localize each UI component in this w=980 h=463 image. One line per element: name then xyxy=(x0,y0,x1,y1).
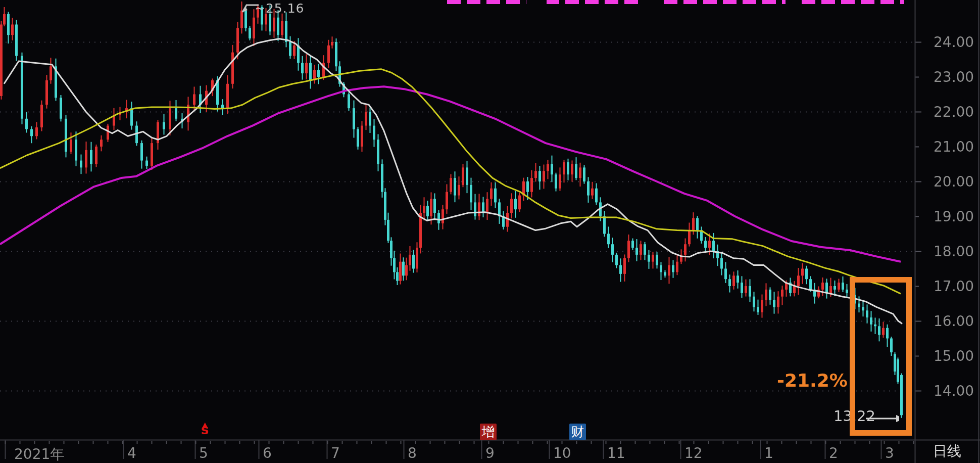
y-axis-label: 17.00 xyxy=(934,278,974,295)
x-axis-label: 12 xyxy=(684,445,703,461)
stock-chart-screen: ~25.16 -21.2% 13.22 ▲ s 增 财 日线 2021年4567… xyxy=(0,0,980,463)
price-chart-canvas[interactable] xyxy=(0,0,980,463)
event-badge-zeng[interactable]: 增 xyxy=(480,424,497,440)
x-axis-label: 9 xyxy=(485,445,495,461)
highlight-box xyxy=(850,277,912,436)
y-axis-label: 15.00 xyxy=(934,348,974,364)
event-marker-s[interactable]: ▲ s xyxy=(201,423,209,433)
x-axis-label: 1 xyxy=(764,445,773,461)
y-axis-label: 21.00 xyxy=(934,138,974,155)
banner-gap xyxy=(786,0,799,4)
x-axis-label: 3 xyxy=(885,445,894,461)
x-axis-label: 7 xyxy=(331,445,340,461)
y-axis-label: 16.00 xyxy=(934,313,974,330)
y-axis-label: 19.00 xyxy=(934,208,974,225)
y-axis-label: 20.00 xyxy=(934,173,974,190)
banner-gap xyxy=(526,0,547,4)
y-axis-label: 18.00 xyxy=(934,243,974,260)
x-axis-label: 6 xyxy=(263,445,272,461)
event-badge-cai[interactable]: 财 xyxy=(569,424,586,440)
y-axis-label: 14.00 xyxy=(934,383,974,399)
x-axis-label: 11 xyxy=(607,445,625,461)
top-banner-clipped-text xyxy=(447,0,904,4)
x-axis-label: 2021年 xyxy=(14,445,64,463)
peak-price-label: ~25.16 xyxy=(255,1,305,16)
y-axis-label: 23.00 xyxy=(934,69,974,85)
x-axis-label: 8 xyxy=(408,445,417,461)
drop-percent-label: -21.2% xyxy=(777,370,848,391)
period-label: 日线 xyxy=(933,442,961,461)
y-axis-label: 22.00 xyxy=(934,104,974,120)
x-axis-label: 4 xyxy=(127,445,136,461)
x-axis-label: 10 xyxy=(553,445,571,461)
x-axis-label: 2 xyxy=(829,445,838,461)
period-cell[interactable]: 日线 xyxy=(915,440,979,463)
y-axis-label: 24.00 xyxy=(934,34,974,51)
banner-gap xyxy=(641,0,658,4)
x-axis-label: 5 xyxy=(199,445,208,461)
